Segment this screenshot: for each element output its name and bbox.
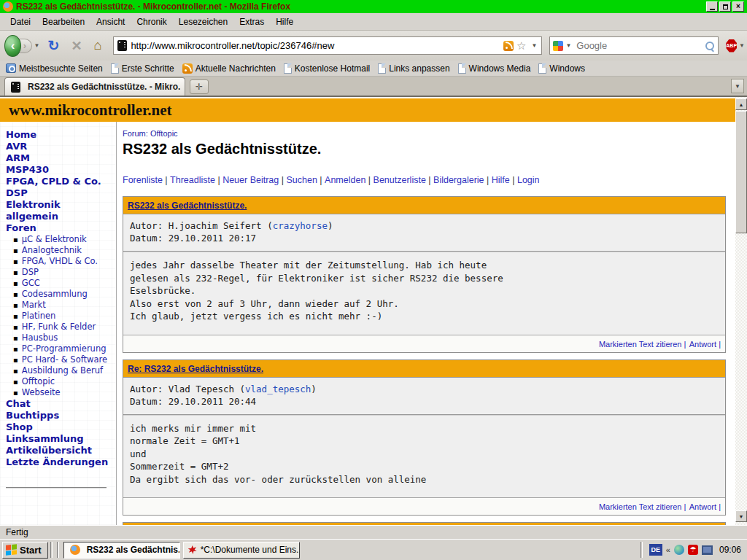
forum-toolbar-link[interactable]: Login: [517, 175, 540, 185]
search-go-icon[interactable]: [705, 41, 715, 51]
forum-toolbar-link[interactable]: Bildergalerie: [433, 175, 492, 185]
menu-item[interactable]: Bearbeiten: [36, 15, 90, 29]
antivirus-tray-icon[interactable]: ☂: [688, 545, 698, 555]
search-bar[interactable]: ▼: [549, 36, 719, 55]
tab-list-dropdown-button[interactable]: ▼: [731, 79, 744, 93]
post-author-user-link[interactable]: vlad_tepesch: [245, 384, 311, 394]
main-content: Forum: Offtopic RS232 als Gedächtnisstüt…: [117, 122, 735, 525]
sidebar-forum-link[interactable]: PC-Programmierung: [13, 343, 116, 354]
sidebar-link[interactable]: Elektronik allgemein: [6, 199, 116, 222]
post-title-link[interactable]: Re: RS232 als Gedächtnisstütze.: [128, 364, 263, 374]
scrollbar-track[interactable]: ▲ ▼: [735, 97, 747, 525]
sidebar-forum-link[interactable]: Ausbildung & Beruf: [13, 365, 116, 376]
sidebar-forum-link[interactable]: Webseite: [13, 387, 116, 398]
minimize-button[interactable]: [706, 1, 718, 12]
sidebar-forum-link[interactable]: Markt: [13, 300, 116, 311]
bookmark-item[interactable]: Aktuelle Nachrichten: [181, 62, 281, 75]
sidebar-link[interactable]: Chat: [6, 398, 116, 410]
quote-link[interactable]: Markierten Text zitieren: [599, 502, 686, 511]
menu-item[interactable]: Extras: [233, 15, 270, 29]
bookmark-item[interactable]: Kostenlose Hotmail: [282, 62, 375, 75]
post-title-link[interactable]: RS232 als Gedächtnisstütze.: [128, 201, 247, 211]
network-tray-icon[interactable]: [674, 545, 684, 555]
menu-item[interactable]: Hilfe: [270, 15, 299, 29]
close-button[interactable]: ×: [732, 1, 744, 12]
restore-button[interactable]: [719, 1, 731, 12]
bookmark-item[interactable]: Windows Media: [457, 62, 536, 75]
tray-collapse-chevron[interactable]: «: [666, 545, 670, 554]
stop-button[interactable]: ✕: [71, 38, 82, 54]
post-author-user-link[interactable]: crazyhorse: [273, 220, 328, 231]
bookmark-item[interactable]: Links anpassen: [376, 62, 454, 75]
url-dropdown-icon[interactable]: ▼: [531, 42, 537, 49]
breadcrumb[interactable]: Forum: Offtopic: [123, 129, 726, 138]
start-button[interactable]: Start: [2, 542, 48, 559]
sidebar-forum-link[interactable]: PC Hard- & Software: [13, 354, 116, 365]
tab-active[interactable]: RS232 als Gedächtnisstütze. - Mikro...: [4, 77, 185, 96]
scroll-up-button[interactable]: ▲: [735, 98, 747, 110]
sidebar-link[interactable]: Letzte Änderungen: [6, 456, 116, 468]
menu-item[interactable]: Ansicht: [90, 15, 131, 29]
sidebar-link[interactable]: ARM: [6, 152, 116, 164]
sidebar-link[interactable]: Home: [6, 129, 116, 141]
history-dropdown-icon[interactable]: ▼: [34, 42, 40, 49]
reply-link[interactable]: Antwort: [689, 340, 721, 349]
quote-link[interactable]: Markierten Text zitieren: [599, 340, 686, 349]
reload-button[interactable]: ↻: [47, 37, 59, 54]
sidebar-forum-link[interactable]: HF, Funk & Felder: [13, 322, 116, 332]
site-logo[interactable]: www.mikrocontroller.net: [0, 101, 172, 120]
task-button-firefox[interactable]: RS232 als Gedächtnis...: [63, 542, 180, 559]
forum-toolbar-link[interactable]: Forenliste: [123, 175, 170, 185]
browser-viewport: www.mikrocontroller.net HomeAVRARMMSP430…: [0, 97, 747, 525]
sidebar-forum-link[interactable]: Platinen: [13, 311, 116, 322]
forum-toolbar-link[interactable]: Neuer Beitrag: [222, 175, 286, 185]
sidebar-link[interactable]: Artikelübersicht: [6, 445, 116, 456]
bookmark-star-icon[interactable]: ☆: [516, 40, 526, 51]
forum-toolbar-link[interactable]: Benutzerliste: [374, 175, 433, 185]
menu-item[interactable]: Chronik: [131, 15, 172, 29]
adblock-dropdown-icon[interactable]: ▼: [739, 42, 745, 49]
forum-toolbar-link[interactable]: Anmelden: [325, 175, 374, 185]
sidebar-link[interactable]: Foren: [6, 222, 116, 234]
sidebar-link[interactable]: Buchtipps: [6, 410, 116, 421]
sidebar-forum-link[interactable]: GCC: [13, 278, 116, 289]
rss-feed-icon[interactable]: [503, 41, 514, 51]
menu-item[interactable]: Datei: [4, 15, 36, 29]
sidebar-link[interactable]: Shop: [6, 421, 116, 433]
sidebar-link[interactable]: AVR: [6, 141, 116, 152]
sidebar-forum-link[interactable]: Analogtechnik: [13, 245, 116, 256]
back-button[interactable]: ‹: [4, 35, 21, 57]
new-tab-button[interactable]: ✛: [190, 79, 209, 94]
forum-toolbar-link[interactable]: Threadliste: [170, 175, 222, 185]
page-icon: [458, 63, 466, 74]
search-input[interactable]: [573, 40, 705, 51]
menu-item[interactable]: Lesezeichen: [173, 15, 233, 29]
url-bar[interactable]: ☆ ▼: [113, 36, 542, 55]
post-body: ich merks mir immer mit normale Zeit = G…: [123, 416, 725, 498]
language-indicator[interactable]: DE: [649, 544, 662, 556]
url-input[interactable]: [131, 38, 503, 53]
connection-tray-icon[interactable]: [702, 545, 713, 555]
sidebar-link[interactable]: MSP430: [6, 164, 116, 176]
forum-toolbar-link[interactable]: Suchen: [286, 175, 325, 185]
adblock-plus-icon[interactable]: ABP: [726, 39, 737, 52]
sidebar-forum-link[interactable]: Codesammlung: [13, 289, 116, 300]
sidebar-forum-link[interactable]: Hausbus: [13, 332, 116, 343]
sidebar-link[interactable]: Linksammlung: [6, 433, 116, 445]
bookmark-item[interactable]: Meistbesuchte Seiten: [4, 62, 108, 75]
sidebar-forum-link[interactable]: Offtopic: [13, 376, 116, 387]
forum-toolbar-link[interactable]: Hilfe: [492, 175, 517, 185]
scrollbar-thumb[interactable]: [735, 111, 747, 233]
search-engine-dropdown-icon[interactable]: ▼: [565, 42, 571, 49]
reply-link[interactable]: Antwort: [689, 502, 721, 511]
home-button[interactable]: ⌂: [94, 38, 102, 53]
bookmark-item[interactable]: Windows: [537, 62, 590, 75]
sidebar-forum-link[interactable]: FPGA, VHDL & Co.: [13, 256, 116, 267]
sidebar-link[interactable]: FPGA, CPLD & Co.: [6, 176, 116, 187]
scroll-down-button[interactable]: ▼: [735, 510, 747, 522]
task-button-editor[interactable]: *C:\Dokumente und Eins...: [183, 542, 300, 559]
bookmark-item[interactable]: Erste Schritte: [109, 62, 179, 75]
sidebar-link[interactable]: DSP: [6, 187, 116, 199]
sidebar-forum-link[interactable]: DSP: [13, 267, 116, 278]
sidebar-forum-link[interactable]: µC & Elektronik: [13, 234, 116, 245]
